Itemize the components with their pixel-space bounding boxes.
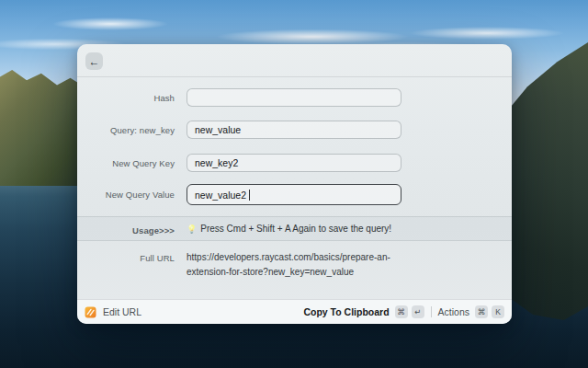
query-new-key-value: new_value (195, 124, 241, 135)
new-query-value-label: New Query Value (77, 190, 175, 200)
hash-input[interactable] (187, 88, 401, 107)
usage-label: Usage>>> (77, 225, 175, 236)
back-arrow-icon: ← (89, 55, 100, 68)
new-query-value-input[interactable]: new_value2 (187, 184, 401, 205)
hash-field-label: Hash (77, 93, 175, 103)
full-url-line-1: https://developers.raycast.com/basics/pr… (187, 250, 393, 265)
command-key-icon: ⌘ (395, 305, 408, 318)
app-title: Edit URL (103, 306, 141, 317)
copy-to-clipboard-label: Copy To Clipboard (303, 306, 389, 317)
action-bar-right: Copy To Clipboard ⌘ ↵ Actions ⌘ K (303, 305, 504, 318)
command-key-icon: ⌘ (475, 305, 488, 318)
query-new-key-input[interactable]: new_value (187, 121, 401, 139)
return-key-icon: ↵ (412, 305, 424, 318)
app-chip: Edit URL (85, 306, 141, 318)
full-url-label: Full URL (77, 253, 175, 263)
query-new-key-label: Query: new_key (77, 125, 175, 135)
new-query-key-label: New Query Key (77, 158, 175, 168)
new-query-key-input[interactable]: new_key2 (187, 154, 401, 172)
back-button[interactable]: ← (85, 52, 103, 70)
new-query-key-value: new_key2 (195, 157, 238, 168)
raycast-edit-url-window: ← Hash Query: new_key new_value New Quer… (77, 44, 512, 324)
usage-hint: 💡 Press Cmd + Shift + A Again to save th… (187, 224, 391, 234)
lightbulb-icon: 💡 (187, 224, 197, 234)
new-query-value-value: new_value2 (195, 190, 246, 201)
full-url-line-2: extension-for-store?new_key=new_value (187, 265, 393, 280)
actions-label: Actions (438, 306, 469, 317)
action-bar-separator (431, 306, 432, 317)
k-key-icon: K (492, 305, 504, 318)
text-cursor (249, 190, 250, 201)
usage-row: Usage>>> 💡 Press Cmd + Shift + A Again t… (77, 216, 512, 241)
edit-url-app-icon (85, 306, 96, 318)
usage-hint-text: Press Cmd + Shift + A Again to save the … (200, 224, 391, 234)
full-url-value: https://developers.raycast.com/basics/pr… (187, 250, 393, 280)
action-bar: Edit URL Copy To Clipboard ⌘ ↵ Actions ⌘… (77, 299, 512, 324)
actions-button[interactable]: Actions ⌘ K (438, 305, 504, 318)
copy-to-clipboard-button[interactable]: Copy To Clipboard ⌘ ↵ (303, 305, 424, 318)
window-header: ← (77, 44, 512, 77)
